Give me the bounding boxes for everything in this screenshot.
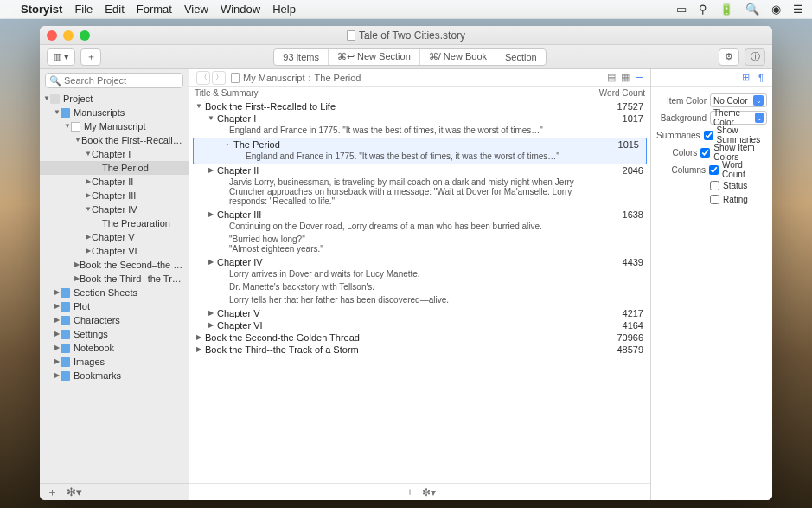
breadcrumb-manuscript[interactable]: My Manuscript	[243, 73, 305, 83]
sidebar-item[interactable]: Characters	[40, 313, 189, 327]
sidebar-item[interactable]: Section Sheets	[40, 286, 189, 299]
sidebar-item[interactable]: Bookmarks	[40, 369, 189, 383]
view-mode-cork-icon[interactable]: ▦	[621, 72, 630, 83]
disclosure-triangle-icon[interactable]	[85, 205, 92, 213]
disclosure-triangle-icon[interactable]	[54, 288, 61, 296]
show-colors-checkbox[interactable]	[700, 148, 710, 158]
outline-selected-row[interactable]: •The Period1015England and France in 177…	[193, 138, 647, 164]
menu-edit[interactable]: Edit	[105, 3, 124, 16]
disclosure-triangle-icon[interactable]	[54, 357, 61, 365]
window-close[interactable]	[47, 30, 57, 41]
disclosure-triangle-icon[interactable]	[85, 177, 92, 185]
outline-row[interactable]: •The Period1015	[194, 138, 646, 151]
info-button[interactable]: ⓘ	[745, 48, 765, 66]
sidebar-gear-button[interactable]: ✻▾	[67, 485, 82, 498]
disclosure-triangle-icon[interactable]	[207, 257, 215, 266]
disclosure-triangle-icon[interactable]	[54, 344, 61, 351]
window-minimize[interactable]	[63, 30, 74, 41]
background-select[interactable]: Theme Color ⌄	[710, 111, 767, 125]
add-item-button[interactable]: ＋	[47, 485, 58, 500]
disclosure-triangle-icon[interactable]	[54, 108, 61, 116]
disclosure-triangle-icon[interactable]	[54, 371, 61, 379]
siri-icon[interactable]: ◉	[771, 3, 781, 16]
sidebar-toggle-button[interactable]: ▥ ▾	[47, 48, 75, 66]
disclosure-triangle-icon[interactable]	[64, 122, 71, 130]
spotlight-icon[interactable]: 🔍	[745, 3, 759, 16]
sidebar-item[interactable]: Chapter IV	[40, 203, 189, 216]
menu-window[interactable]: Window	[221, 3, 260, 16]
disclosure-triangle-icon[interactable]	[43, 94, 50, 102]
gear-button[interactable]: ⚙	[719, 48, 739, 66]
disclosure-triangle-icon[interactable]	[74, 274, 80, 282]
disclosure-triangle-icon[interactable]	[207, 209, 215, 218]
sidebar-item[interactable]: Images	[40, 355, 189, 369]
menu-view[interactable]: View	[184, 3, 208, 16]
disclosure-triangle-icon[interactable]	[74, 260, 80, 268]
app-name[interactable]: Storyist	[21, 3, 62, 16]
sidebar-item[interactable]: The Period	[40, 161, 189, 175]
search-project[interactable]: 🔍	[45, 73, 183, 88]
wifi-icon[interactable]: ⚲	[699, 3, 707, 16]
add-button[interactable]: ＋	[80, 48, 101, 66]
outline-body[interactable]: Book the First--Recalled to Life17527Cha…	[189, 100, 650, 483]
outline-row[interactable]: Chapter II2046	[189, 164, 650, 177]
disclosure-triangle-icon[interactable]	[54, 302, 61, 310]
col-status-checkbox[interactable]	[710, 181, 719, 190]
outline-row[interactable]: Chapter I1017	[189, 113, 650, 125]
inspector-tab-text-icon[interactable]: ¶	[758, 73, 764, 83]
menu-help[interactable]: Help	[272, 3, 296, 16]
disclosure-triangle-icon[interactable]	[195, 344, 203, 353]
inspector-tab-info-icon[interactable]: ⊞	[742, 72, 750, 83]
menu-format[interactable]: Format	[137, 3, 172, 16]
disclosure-triangle-icon[interactable]	[85, 150, 92, 158]
new-section-button[interactable]: ⌘↩︎ New Section	[329, 49, 420, 65]
disclosure-triangle-icon[interactable]	[85, 191, 92, 199]
nav-back-button[interactable]: 〈	[196, 71, 210, 85]
sidebar-item[interactable]: Chapter II	[40, 175, 189, 189]
sidebar-item[interactable]: Chapter V	[40, 230, 189, 244]
airplay-icon[interactable]: ▭	[676, 3, 687, 16]
project-tree[interactable]: ProjectManuscriptsMy ManuscriptBook the …	[40, 92, 189, 483]
disclosure-triangle-icon[interactable]	[207, 165, 215, 174]
view-mode-outline-icon[interactable]: ☰	[635, 72, 643, 83]
outline-add-button[interactable]: ＋	[405, 485, 415, 499]
sidebar-item[interactable]: Manuscripts	[40, 106, 189, 119]
nav-forward-button[interactable]: 〉	[212, 71, 226, 85]
outline-row[interactable]: Chapter III1638	[189, 209, 650, 221]
sidebar-item[interactable]: Chapter I	[40, 147, 189, 161]
disclosure-triangle-icon[interactable]	[54, 316, 61, 324]
search-input[interactable]	[64, 75, 183, 86]
disclosure-triangle-icon[interactable]	[54, 330, 61, 338]
outline-row[interactable]: Book the Third--the Track of a Storm4857…	[189, 344, 650, 356]
disclosure-triangle-icon[interactable]	[207, 320, 215, 329]
outline-row[interactable]: Chapter V4217	[189, 307, 650, 319]
sidebar-item[interactable]: Book the First--Recalled to Life	[40, 133, 189, 147]
titlebar[interactable]: Tale of Two Cities.story	[40, 26, 772, 45]
view-mode-text-icon[interactable]: ▤	[607, 72, 616, 83]
col-wordcount-checkbox[interactable]	[709, 165, 719, 175]
sidebar-item[interactable]: Chapter VI	[40, 244, 189, 258]
sidebar-item[interactable]: Notebook	[40, 341, 189, 355]
section-button[interactable]: Section	[496, 49, 546, 65]
sidebar-item[interactable]: Book the Second–the Golden Thread	[40, 258, 189, 272]
window-zoom[interactable]	[80, 30, 90, 41]
new-book-button[interactable]: ⌘/ New Book	[420, 49, 496, 65]
sidebar-item[interactable]: Book the Third--the Track of a Storm	[40, 272, 189, 286]
sidebar-item[interactable]: Project	[40, 92, 189, 106]
disclosure-triangle-icon[interactable]	[74, 136, 81, 144]
sidebar-item[interactable]: Settings	[40, 327, 189, 341]
battery-icon[interactable]: 🔋	[719, 3, 733, 16]
outline-row[interactable]: Book the Second-the Golden Thread70966	[189, 331, 650, 344]
notification-center-icon[interactable]: ☰	[793, 3, 803, 16]
sidebar-item[interactable]: Plot	[40, 299, 189, 313]
show-summaries-checkbox[interactable]	[704, 131, 713, 140]
disclosure-triangle-icon[interactable]	[85, 247, 92, 254]
menu-file[interactable]: File	[74, 3, 93, 16]
disclosure-triangle-icon[interactable]	[195, 101, 203, 110]
outline-row[interactable]: Book the First--Recalled to Life17527	[189, 100, 650, 113]
col-title[interactable]: Title & Summary	[195, 88, 585, 98]
breadcrumb-section[interactable]: The Period	[315, 73, 361, 83]
outline-row[interactable]: Chapter VI4164	[189, 319, 650, 331]
item-color-select[interactable]: No Color ⌄	[710, 93, 767, 107]
disclosure-triangle-icon[interactable]	[85, 233, 92, 241]
